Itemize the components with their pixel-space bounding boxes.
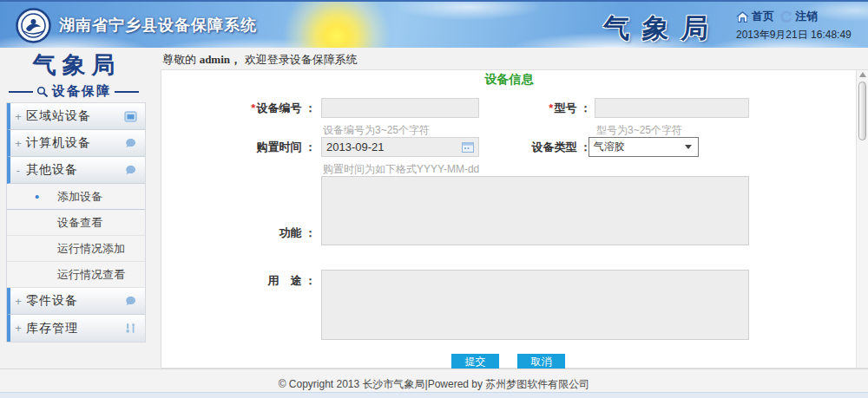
rule-left: [9, 91, 33, 93]
purchase-date-label: 购置时间 ：: [161, 137, 316, 158]
submenu-label: 运行情况添加: [57, 242, 125, 255]
purchase-date-input[interactable]: 2013-09-21: [321, 137, 479, 157]
device-type-select[interactable]: 气溶胶: [589, 137, 699, 157]
sidebar-brand-subtitle-row: 设备保障: [0, 83, 148, 100]
calendar-icon[interactable]: [462, 141, 474, 153]
purchase-date-hint: 购置时间为如下格式YYYY-MM-dd: [323, 162, 479, 177]
submenu-label: 设备查看: [57, 216, 102, 229]
scrollbar-thumb[interactable]: [858, 82, 866, 140]
sidebar-item-add-running-status[interactable]: 运行情况添加: [7, 236, 145, 262]
page-footer: © Copyright 2013 长沙市气象局|Powered by 苏州梦图软…: [0, 369, 868, 392]
menu-label: 区域站设备: [26, 108, 91, 124]
sidebar-item-computer-devices[interactable]: + 计算机设备: [7, 130, 145, 157]
sidebar-item-add-device[interactable]: • 添加设备: [7, 184, 145, 210]
window-icon: [124, 110, 137, 123]
menu-label: 其他设备: [26, 162, 78, 178]
top-header: 湖南省宁乡县设备保障系统 气象局 首页 注销 2013年9月21日 16:48:…: [0, 0, 868, 48]
submit-button[interactable]: 提交: [451, 354, 499, 369]
expand-plus-icon: +: [10, 137, 26, 150]
cancel-button[interactable]: 取消: [517, 354, 565, 369]
device-type-label: 设备类型 ：: [487, 137, 591, 158]
sidebar-brand-subtitle: 设备保障: [52, 83, 111, 100]
menu-label: 库存管理: [26, 321, 78, 336]
sidebar-menu: + 区域站设备 + 计算机设备 - 其他设备 • 添加设备: [6, 102, 146, 343]
function-textarea[interactable]: [321, 176, 749, 245]
bureau-name: 气象局: [602, 10, 722, 47]
sidebar-item-parts-devices[interactable]: + 零件设备: [7, 288, 145, 315]
chat-icon: [124, 164, 137, 177]
label-text: 设备类型 ：: [531, 140, 591, 153]
sidebar-brand: 气象局 设备保障: [0, 49, 148, 101]
tools-icon: [124, 322, 137, 335]
submenu-label: 添加设备: [57, 190, 102, 203]
home-link[interactable]: 首页: [736, 9, 774, 24]
sidebar-item-other-devices[interactable]: - 其他设备: [7, 157, 145, 184]
device-no-input[interactable]: [321, 98, 479, 118]
usage-label: 用 途 ：: [161, 271, 316, 291]
logout-icon: [779, 10, 792, 23]
expand-plus-icon: +: [10, 110, 26, 123]
form-title: 设备信息: [161, 72, 857, 88]
logout-label: 注销: [795, 9, 818, 24]
sidebar-item-view-devices[interactable]: 设备查看: [7, 210, 145, 236]
device-no-label: *设备编号 ：: [161, 98, 316, 119]
content-panel: 设备信息 *设备编号 ： 设备编号为3~25个字符 *型号 ： 型号为3~25个…: [161, 69, 868, 369]
required-asterisk: *: [251, 101, 255, 114]
label-text: 设备编号 ：: [256, 101, 316, 114]
sidebar-brand-title: 气象局: [0, 49, 148, 81]
chat-icon: [124, 137, 137, 150]
welcome-username: admin，: [200, 53, 241, 66]
top-nav: 首页 注销: [736, 9, 818, 24]
chevron-down-icon: [685, 145, 692, 149]
footer-bottom-strip: [0, 392, 868, 398]
label-text: 功能 ：: [279, 226, 316, 239]
sidebar-item-inventory-management[interactable]: + 库存管理: [7, 315, 145, 342]
chat-icon: [124, 295, 137, 308]
vertical-scrollbar[interactable]: [856, 70, 868, 368]
welcome-bar: 尊敬的 admin， 欢迎登录设备保障系统: [148, 49, 868, 70]
label-text: 用 途 ：: [267, 274, 316, 287]
menu-label: 计算机设备: [26, 135, 91, 151]
rule-right: [115, 91, 139, 93]
logout-link[interactable]: 注销: [779, 9, 818, 24]
home-label: 首页: [752, 9, 774, 24]
required-asterisk: *: [549, 101, 553, 114]
welcome-prefix: 尊敬的: [162, 53, 196, 66]
magnifier-icon: [36, 86, 49, 98]
system-title: 湖南省宁乡县设备保障系统: [59, 15, 257, 36]
welcome-suffix: 欢迎登录设备保障系统: [245, 53, 358, 66]
model-label: *型号 ：: [487, 98, 591, 119]
scroll-up-arrow-icon[interactable]: [859, 72, 866, 77]
label-text: 型号 ：: [554, 101, 591, 114]
home-icon: [736, 11, 749, 23]
expand-plus-icon: +: [10, 295, 26, 308]
device-no-hint: 设备编号为3~25个字符: [323, 123, 430, 138]
collapse-minus-icon: -: [10, 164, 26, 177]
expand-plus-icon: +: [10, 322, 26, 335]
purchase-date-value: 2013-09-21: [326, 140, 462, 153]
other-devices-submenu: • 添加设备 设备查看 运行情况添加 运行情况查看: [7, 184, 145, 288]
bureau-logo-icon: [16, 8, 51, 43]
usage-textarea[interactable]: [321, 270, 749, 340]
submenu-label: 运行情况查看: [57, 268, 125, 281]
copyright-text: © Copyright 2013 长沙市气象局|Powered by 苏州梦图软…: [0, 377, 868, 392]
model-input[interactable]: [595, 98, 749, 118]
device-type-value: 气溶胶: [594, 140, 685, 154]
sidebar-item-view-running-status[interactable]: 运行情况查看: [7, 262, 145, 288]
menu-label: 零件设备: [26, 293, 78, 309]
active-bullet-icon: •: [35, 184, 39, 209]
page: 湖南省宁乡县设备保障系统 气象局 首页 注销 2013年9月21日 16:48:…: [0, 0, 868, 398]
current-datetime: 2013年9月21日 16:48:49: [736, 28, 852, 42]
model-hint: 型号为3~25个字符: [596, 123, 682, 138]
label-text: 购置时间 ：: [256, 140, 316, 153]
function-label: 功能 ：: [161, 223, 316, 244]
sidebar-item-regional-station-devices[interactable]: + 区域站设备: [7, 103, 145, 130]
